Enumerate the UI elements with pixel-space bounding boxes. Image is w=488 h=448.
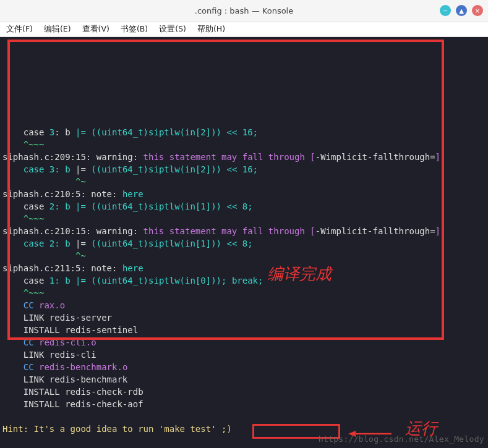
menubar: 文件(F) 编辑(E) 查看(V) 书签(B) 设置(S) 帮助(H): [0, 22, 488, 37]
terminal-text: case: [2, 127, 49, 137]
menu-view[interactable]: 查看(V): [82, 24, 109, 35]
terminal-text: |= ((uint64_t)siptlw(in[0])); break;: [75, 276, 263, 285]
terminal-text: INSTALL redis-check-rdb: [2, 387, 143, 397]
window-title: .config : bash — Konsole: [195, 6, 293, 15]
terminal-text: ^~: [2, 251, 86, 261]
minimize-icon: −: [443, 7, 448, 14]
terminal-text: this statement may fall through: [143, 152, 310, 162]
terminal-line: ^~~~: [2, 213, 488, 225]
terminal-line: ^~: [2, 250, 488, 262]
terminal-text: here: [122, 263, 143, 273]
terminal-text: LINK redis-server: [2, 313, 112, 323]
terminal-line: case 2: b |= ((uint64_t)siptlw(in[1])) <…: [2, 200, 488, 213]
terminal-text: [: [310, 226, 315, 236]
terminal-line: siphash.c:211:5: note: here: [2, 262, 488, 274]
terminal-text: siphash.c:210:5: note:: [2, 189, 122, 199]
terminal-text: ^~~~: [2, 140, 44, 150]
maximize-icon: ▲: [459, 7, 464, 14]
terminal-text: ^~~~: [2, 288, 44, 298]
terminal-text: LINK redis-benchmark: [2, 374, 127, 384]
maximize-button[interactable]: ▲: [456, 5, 467, 16]
terminal-text: ((uint64_t)siptlw(in[2])) << 16;: [91, 164, 258, 174]
terminal-text: here: [122, 189, 143, 199]
terminal-line: INSTALL redis-check-rdb: [2, 386, 488, 398]
terminal-text: INSTALL redis-sentinel: [2, 325, 138, 335]
terminal-text: ((uint64_t)siptlw(in[1])) << 8;: [91, 239, 252, 248]
terminal-text: INSTALL redis-check-aof: [2, 399, 143, 409]
terminal-text: siphash.c:209:15: warning:: [2, 152, 143, 162]
watermark-text: https://blog.csdn.net/Alex_Melody: [319, 433, 484, 446]
terminal-line: LINK redis-server: [2, 311, 488, 324]
terminal-line: CC redis-cli.o: [2, 336, 488, 349]
terminal-text: ]: [435, 226, 440, 236]
terminal-text: 1: b: [49, 276, 75, 285]
terminal-line: ^~: [2, 175, 488, 188]
terminal-line: [2, 410, 488, 423]
terminal-line: siphash.c:210:15: warning: this statemen…: [2, 225, 488, 237]
terminal-text: LINK redis-cli: [2, 350, 96, 360]
terminal-text: : b: [54, 127, 75, 137]
terminal-text: case: [2, 201, 49, 211]
terminal-line: case 3: b |= ((uint64_t)siptlw(in[2])) <…: [2, 163, 488, 175]
terminal-text: siphash.c:211:5: note:: [2, 263, 122, 273]
terminal-text: case: [2, 276, 49, 285]
terminal-text: |= ((uint64_t)siptlw(in[2])) << 16;: [75, 127, 258, 137]
minimize-button[interactable]: −: [440, 5, 451, 16]
terminal-text: redis-cli.o: [39, 337, 96, 347]
menu-edit[interactable]: 编辑(E): [44, 24, 71, 35]
menu-settings[interactable]: 设置(S): [159, 24, 186, 35]
terminal-text: ^~~~: [2, 214, 44, 224]
terminal-line: case 3: b |= ((uint64_t)siptlw(in[2])) <…: [2, 126, 488, 138]
terminal-text: this statement may fall through: [143, 226, 310, 236]
terminal-text: siphash.c:210:15: warning:: [2, 226, 143, 236]
terminal-text: -Wimplicit-fallthrough=: [315, 152, 435, 162]
terminal-text: 2: b: [49, 201, 75, 211]
terminal-line: ^~~~: [2, 138, 488, 151]
terminal-line: case 1: b |= ((uint64_t)siptlw(in[0])); …: [2, 274, 488, 287]
terminal-text: ]: [435, 152, 440, 162]
terminal-line: INSTALL redis-sentinel: [2, 324, 488, 336]
menu-bookmark[interactable]: 书签(B): [121, 24, 148, 35]
window-titlebar: .config : bash — Konsole − ▲ ×: [0, 0, 488, 22]
terminal-text: CC: [2, 362, 39, 372]
terminal-line: CC redis-benchmark.o: [2, 361, 488, 373]
terminal-line: case 2: b |= ((uint64_t)siptlw(in[1])) <…: [2, 237, 488, 250]
terminal-line: CC rax.o: [2, 299, 488, 311]
terminal-line: [2, 114, 488, 126]
terminal-viewport[interactable]: case 3: b |= ((uint64_t)siptlw(in[2])) <…: [0, 37, 488, 448]
terminal-line: ^~~~: [2, 287, 488, 299]
terminal-text: -Wimplicit-fallthrough=: [315, 226, 435, 236]
terminal-text: case 2: b: [2, 239, 75, 248]
terminal-text: rax.o: [39, 300, 65, 310]
terminal-text: ^~: [2, 177, 86, 187]
terminal-text: CC: [2, 300, 39, 310]
terminal-line: siphash.c:210:5: note: here: [2, 188, 488, 200]
terminal-text: |=: [75, 239, 91, 248]
terminal-text: [: [310, 152, 315, 162]
terminal-text: CC: [2, 337, 39, 347]
window-controls: − ▲ ×: [440, 5, 483, 16]
terminal-text: |=: [75, 164, 91, 174]
terminal-line: INSTALL redis-check-aof: [2, 398, 488, 410]
close-button[interactable]: ×: [472, 5, 483, 16]
terminal-text: case 3: b: [2, 164, 75, 174]
terminal-text: Hint: It's a good idea to run 'make test…: [2, 424, 232, 434]
menu-file[interactable]: 文件(F): [6, 24, 33, 35]
close-icon: ×: [475, 7, 480, 14]
terminal-line: LINK redis-cli: [2, 349, 488, 361]
terminal-line: siphash.c:209:15: warning: this statemen…: [2, 151, 488, 163]
terminal-text: |= ((uint64_t)siptlw(in[1])) << 8;: [75, 201, 253, 211]
menu-help[interactable]: 帮助(H): [197, 24, 225, 35]
terminal-text: redis-benchmark.o: [39, 362, 127, 372]
terminal-line: LINK redis-benchmark: [2, 373, 488, 386]
